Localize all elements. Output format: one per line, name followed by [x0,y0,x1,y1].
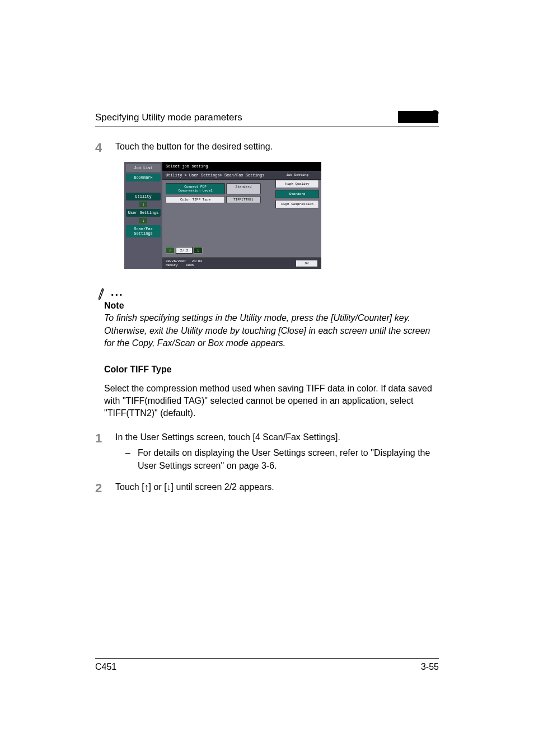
ss-row-color-tiff: Color TIFF Type TIFF(TTN2) [166,196,261,203]
step-text: Touch [↑] or [↓] until screen 2/2 appear… [115,481,439,494]
ss-row-compact-pdf: Compact PDF Compression Level Standard [166,183,261,194]
page: Specifying Utility mode parameters 3 4 T… [0,0,534,756]
ss-page-down-button[interactable]: ↓ [194,247,203,254]
ss-btn-high-quality[interactable]: High Quality [275,180,319,188]
note-head: ... [95,286,439,300]
ss-status-date: 09/26/2007 [166,259,186,263]
chevron-down-icon: ↓ [139,218,147,223]
body-paragraph: Select the compression method used when … [104,382,439,420]
ss-left-panel: Job List Bookmark Utility ↓ User Setting… [124,162,162,269]
step-number: 4 [95,141,115,154]
ss-page-number: 2/ 2 [176,247,193,254]
ss-status-bar: 09/26/2007 21:04 Memory 100% OK [162,257,321,269]
ss-job-setting-col: Job Setting High Quality Standard High C… [275,172,319,208]
page-footer: C451 3-55 [95,658,439,672]
ss-job-setting-label: Job Setting [275,172,319,178]
step-body: In the User Settings screen, touch [4 Sc… [115,431,439,472]
ss-tab-user-settings[interactable]: User Settings [126,209,161,217]
step-sub-bullet: – For details on displaying the User Set… [115,447,439,472]
note-dots: ... [111,286,124,298]
ss-status-left: 09/26/2007 21:04 Memory 100% [166,259,202,267]
ss-val-color-tiff: TIFF(TTN2) [226,196,261,203]
ss-status-mem-label: Memory [166,263,178,267]
chapter-number: 3 [429,106,439,125]
ss-val-compact-pdf: Standard [226,183,261,194]
ss-btn-standard[interactable]: Standard [275,190,319,198]
ok-button[interactable]: OK [296,260,318,267]
ss-btn-high-compression[interactable]: High Compression [275,200,319,208]
note-block: ... Note To finish specifying settings i… [95,286,439,349]
ss-tab-scan-fax[interactable]: Scan/Fax Settings [126,225,161,237]
ss-tab-job-list[interactable]: Job List [126,164,161,172]
ss-instruction: Select job setting. [162,162,321,171]
footer-page-number: 3-55 [421,662,439,672]
step-2: 2 Touch [↑] or [↓] until screen 2/2 appe… [95,481,439,494]
ss-main-area: Compact PDF Compression Level Standard C… [162,180,321,257]
ss-status-time: 21:04 [192,259,202,263]
ss-btn-color-tiff[interactable]: Color TIFF Type [166,196,225,203]
ss-tab-bookmark[interactable]: Bookmark [126,174,161,181]
step-text: Touch the button for the desired setting… [115,141,439,154]
ss-status-mem-value: 100% [186,263,194,267]
step-4: 4 Touch the button for the desired setti… [95,141,439,154]
step-text: In the User Settings screen, touch [4 Sc… [115,431,439,444]
step-sub-text: For details on displaying the User Setti… [138,447,439,472]
ss-page-up-button[interactable]: ↑ [166,247,175,254]
running-head: Specifying Utility mode parameters 3 [95,106,439,127]
step-number: 2 [95,481,115,494]
chevron-down-icon: ↓ [139,202,147,207]
ss-btn-compact-pdf[interactable]: Compact PDF Compression Level [166,183,225,194]
device-screenshot: Job List Bookmark Utility ↓ User Setting… [124,162,439,269]
footer-model: C451 [95,662,116,672]
note-body: To finish specifying settings in the Uti… [104,312,439,349]
ss-tab-utility[interactable]: Utility [126,193,161,200]
ss-setting-list: Compact PDF Compression Level Standard C… [166,183,261,203]
chapter-number-box: 3 [398,106,439,123]
dash: – [125,447,138,472]
ss-pager: ↑ 2/ 2 ↓ [166,247,203,254]
step-1: 1 In the User Settings screen, touch [4 … [95,431,439,472]
ss-right-panel: Select job setting. Utility > User Setti… [162,162,321,269]
section-title: Color TIFF Type [104,365,439,375]
pencil-icon [93,286,109,302]
step-number: 1 [95,431,115,472]
running-head-title: Specifying Utility mode parameters [95,112,242,123]
note-label: Note [104,301,439,311]
